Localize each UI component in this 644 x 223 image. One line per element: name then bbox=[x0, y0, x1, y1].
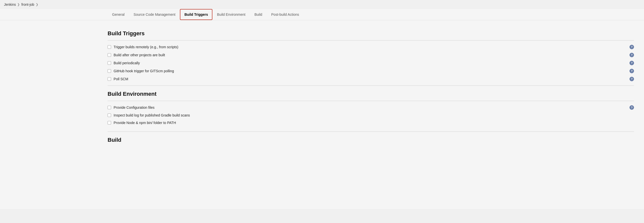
tab-build[interactable]: Build bbox=[250, 9, 267, 20]
checkbox-label-build-after: Build after other projects are built bbox=[114, 53, 165, 57]
section-build-environment-title: Build Environment bbox=[108, 86, 634, 101]
help-icon-trigger-remotely[interactable]: ? bbox=[629, 45, 634, 49]
help-icon-build-periodically[interactable]: ? bbox=[629, 61, 634, 65]
checkbox-row-provide-config: Provide Configuration files ? bbox=[108, 104, 634, 112]
tab-post-build-actions[interactable]: Post-build Actions bbox=[267, 9, 303, 20]
breadcrumb-front-job[interactable]: front-job bbox=[21, 2, 34, 6]
checkbox-build-after[interactable] bbox=[108, 53, 111, 57]
build-environment-list: Provide Configuration files ? Inspect bu… bbox=[108, 101, 634, 129]
checkbox-provide-config[interactable] bbox=[108, 106, 111, 109]
tab-general[interactable]: General bbox=[108, 9, 129, 20]
checkbox-label-provide-config: Provide Configuration files bbox=[114, 106, 154, 110]
breadcrumb-sep-2: ❯ bbox=[36, 3, 38, 6]
help-icon-poll-scm[interactable]: ? bbox=[629, 77, 634, 81]
tabs-bar: General Source Code Management Build Tri… bbox=[0, 9, 644, 20]
section-build: Build bbox=[108, 129, 634, 145]
breadcrumb-jenkins[interactable]: Jenkins bbox=[4, 2, 16, 6]
checkbox-build-periodically[interactable] bbox=[108, 61, 111, 65]
breadcrumb: Jenkins ❯ front-job ❯ bbox=[0, 0, 644, 9]
checkbox-label-build-periodically: Build periodically bbox=[114, 61, 140, 65]
main-container: General Source Code Management Build Tri… bbox=[0, 9, 644, 209]
checkbox-row-inspect-build-log: Inspect build log for published Gradle b… bbox=[108, 112, 634, 119]
section-build-title: Build bbox=[108, 132, 634, 145]
checkbox-inspect-build-log[interactable] bbox=[108, 114, 111, 117]
checkbox-row-build-periodically: Build periodically ? bbox=[108, 59, 634, 67]
checkbox-row-trigger-remotely: Trigger builds remotely (e.g., from scri… bbox=[108, 43, 634, 51]
checkbox-row-github-hook: GitHub hook trigger for GITScm polling ? bbox=[108, 67, 634, 75]
section-build-triggers: Build Triggers Trigger builds remotely (… bbox=[108, 25, 634, 86]
checkbox-label-provide-node: Provide Node & npm bin/ folder to PATH bbox=[114, 121, 176, 125]
section-build-environment: Build Environment Provide Configuration … bbox=[108, 86, 634, 129]
checkbox-poll-scm[interactable] bbox=[108, 77, 111, 81]
checkbox-label-trigger-remotely: Trigger builds remotely (e.g., from scri… bbox=[114, 45, 178, 49]
tab-source-code-management[interactable]: Source Code Management bbox=[129, 9, 180, 20]
checkbox-github-hook[interactable] bbox=[108, 69, 111, 73]
checkbox-row-build-after: Build after other projects are built ? bbox=[108, 51, 634, 59]
tab-build-triggers[interactable]: Build Triggers bbox=[180, 9, 212, 20]
breadcrumb-sep-1: ❯ bbox=[17, 3, 20, 6]
checkbox-trigger-remotely[interactable] bbox=[108, 45, 111, 49]
checkbox-provide-node[interactable] bbox=[108, 121, 111, 124]
content-area: Build Triggers Trigger builds remotely (… bbox=[0, 20, 644, 150]
checkbox-row-poll-scm: Poll SCM ? bbox=[108, 75, 634, 83]
help-icon-provide-config[interactable]: ? bbox=[629, 105, 634, 110]
checkbox-row-provide-node: Provide Node & npm bin/ folder to PATH bbox=[108, 119, 634, 126]
build-triggers-list: Trigger builds remotely (e.g., from scri… bbox=[108, 40, 634, 86]
tab-build-environment[interactable]: Build Environment bbox=[212, 9, 250, 20]
help-icon-github-hook[interactable]: ? bbox=[629, 69, 634, 73]
checkbox-label-github-hook: GitHub hook trigger for GITScm polling bbox=[114, 69, 174, 73]
checkbox-label-poll-scm: Poll SCM bbox=[114, 77, 128, 81]
help-icon-build-after[interactable]: ? bbox=[629, 53, 634, 57]
section-build-triggers-title: Build Triggers bbox=[108, 25, 634, 40]
checkbox-label-inspect-build-log: Inspect build log for published Gradle b… bbox=[114, 113, 190, 117]
